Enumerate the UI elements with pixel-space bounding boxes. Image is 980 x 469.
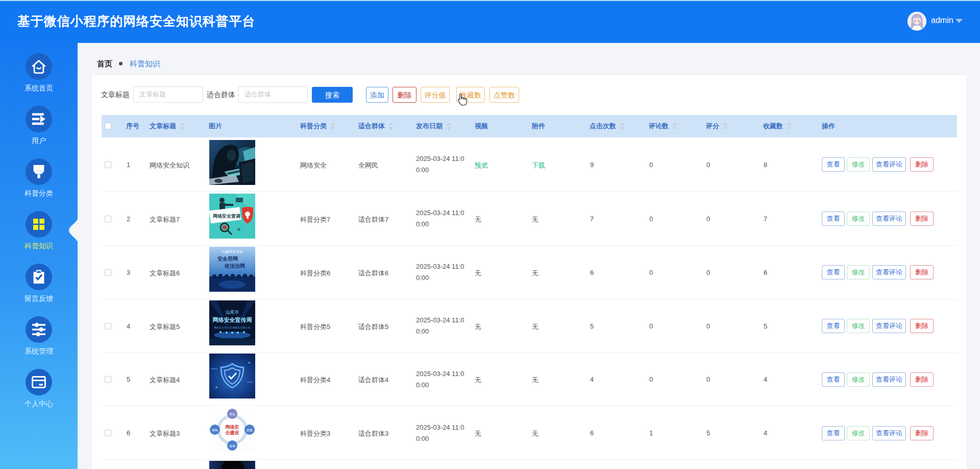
svg-text:汕尾市: 汕尾市 xyxy=(226,310,239,315)
svg-text:安全用网: 安全用网 xyxy=(217,256,238,262)
svg-text:体制: 体制 xyxy=(212,429,218,432)
svg-text:共建网络安全: 共建网络安全 xyxy=(222,250,243,254)
svg-text:落实: 落实 xyxy=(229,444,235,448)
svg-text:全建设: 全建设 xyxy=(225,430,240,435)
svg-text:政策: 政策 xyxy=(247,428,253,432)
svg-text:网络安全为人民 网络安全靠人民: 网络安全为人民 网络安全靠人民 xyxy=(214,326,250,329)
svg-text:网络安全宣调: 网络安全宣调 xyxy=(213,213,240,219)
svg-text:网络安全宣传周: 网络安全宣传周 xyxy=(213,317,252,323)
svg-text:网络安: 网络安 xyxy=(226,424,239,430)
svg-text:理念: 理念 xyxy=(229,413,235,416)
svg-text:依法治网: 依法治网 xyxy=(224,263,245,269)
